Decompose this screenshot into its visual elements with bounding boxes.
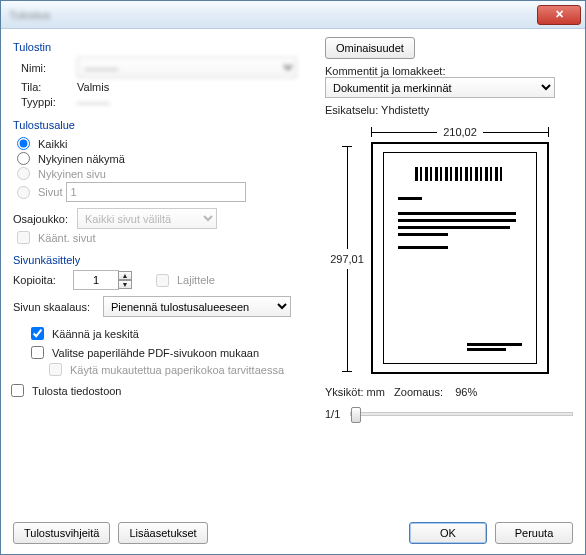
properties-button[interactable]: Ominaisuudet <box>325 37 415 59</box>
copies-spinner[interactable]: ▲ ▼ <box>118 271 132 289</box>
range-section-label: Tulostusalue <box>13 119 313 131</box>
advanced-button[interactable]: Lisäasetukset <box>118 522 207 544</box>
print-tips-button[interactable]: Tulostusvihjeitä <box>13 522 110 544</box>
print-to-file-checkbox[interactable] <box>11 384 24 397</box>
zoom-label: Zoomaus: <box>394 386 443 398</box>
range-view-radio[interactable] <box>17 152 30 165</box>
rotate-center-label: Käännä ja keskitä <box>52 328 139 340</box>
ruler-left: 297,01 <box>325 146 369 372</box>
rotate-center-checkbox[interactable] <box>31 327 44 340</box>
ok-button[interactable]: OK <box>409 522 487 544</box>
scaling-label: Sivun skaalaus: <box>13 301 103 313</box>
custom-paper-label: Käytä mukautettua paperikokoa tarvittaes… <box>70 364 284 376</box>
range-view-label: Nykyinen näkymä <box>38 153 125 165</box>
printer-type-label: Tyyppi: <box>21 96 77 108</box>
titlebar: Tulostus ✕ <box>1 1 585 29</box>
collate-label: Lajittele <box>177 274 215 286</box>
window-title: Tulostus <box>9 9 50 21</box>
printer-type-value: ——— <box>77 96 110 108</box>
spinner-up-icon[interactable]: ▲ <box>118 271 132 280</box>
printer-status-value: Valmis <box>77 81 109 93</box>
printer-name-select[interactable]: ——— <box>77 57 297 78</box>
preview-area: 210,02 297,01 <box>325 120 555 380</box>
copies-input[interactable] <box>73 270 119 290</box>
custom-paper-checkbox <box>49 363 62 376</box>
slider-thumb[interactable] <box>351 407 361 423</box>
printer-name-label: Nimi: <box>21 62 77 74</box>
preview-document <box>398 167 522 353</box>
preview-page <box>371 142 549 374</box>
zoom-value: 96% <box>455 386 477 398</box>
paper-source-label: Valitse paperilähde PDF-sivukoon mukaan <box>52 347 259 359</box>
range-page-label: Nykyinen sivu <box>38 168 106 180</box>
close-button[interactable]: ✕ <box>537 5 581 25</box>
preview-label: Esikatselu: Yhdistetty <box>325 104 573 116</box>
reverse-pages-checkbox <box>17 231 30 244</box>
preview-height: 297,01 <box>330 253 364 265</box>
range-page-radio <box>17 167 30 180</box>
ruler-top: 210,02 <box>371 126 549 138</box>
print-dialog: Tulostus ✕ Tulostin Nimi: ——— Tila: Valm… <box>0 0 586 555</box>
range-pages-radio <box>17 186 30 199</box>
barcode-icon <box>415 167 505 181</box>
reverse-pages-label: Käänt. sivut <box>38 232 95 244</box>
range-all-radio[interactable] <box>17 137 30 150</box>
units-label: Yksiköt: <box>325 386 364 398</box>
range-pages-input <box>66 182 246 202</box>
print-range-group: Kaikki Nykyinen näkymä Nykyinen sivu Siv… <box>13 135 313 204</box>
page-indicator: 1/1 <box>325 408 340 420</box>
print-to-file-label: Tulosta tiedostoon <box>32 385 121 397</box>
subset-select: Kaikki sivut väliltä <box>77 208 217 229</box>
comments-select[interactable]: Dokumentit ja merkinnät <box>325 77 555 98</box>
close-icon: ✕ <box>555 8 564 21</box>
range-pages-label: Sivut <box>38 186 62 198</box>
comments-label: Kommentit ja lomakkeet: <box>325 65 573 77</box>
copies-label: Kopioita: <box>13 274 73 286</box>
collate-checkbox <box>156 274 169 287</box>
printer-status-label: Tila: <box>21 81 77 93</box>
dialog-buttons: Tulostusvihjeitä Lisäasetukset OK Peruut… <box>13 522 573 544</box>
paper-source-checkbox[interactable] <box>31 346 44 359</box>
handling-section-label: Sivunkäsittely <box>13 254 313 266</box>
page-slider[interactable] <box>350 412 573 416</box>
subset-label: Osajoukko: <box>13 213 77 225</box>
cancel-button[interactable]: Peruuta <box>495 522 573 544</box>
range-all-label: Kaikki <box>38 138 67 150</box>
spinner-down-icon[interactable]: ▼ <box>118 280 132 289</box>
units-zoom-row: Yksiköt: mm Zoomaus: 96% <box>325 386 573 398</box>
units-value: mm <box>367 386 385 398</box>
preview-width: 210,02 <box>443 126 477 138</box>
scaling-select[interactable]: Pienennä tulostusalueeseen <box>103 296 291 317</box>
printer-section-label: Tulostin <box>13 41 313 53</box>
